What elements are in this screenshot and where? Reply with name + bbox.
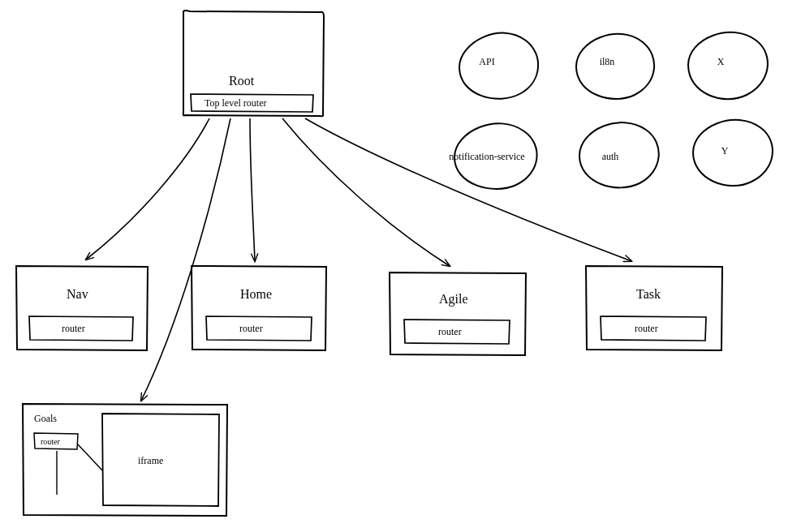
home-router-box: router [206,316,312,341]
service-il8n-label: il8n [600,56,615,67]
task-title: Task [636,287,661,301]
service-y: Y [693,120,773,186]
arrow-root-task [305,118,631,261]
service-x-label: X [717,56,725,67]
root-router-box: Top level router [191,94,313,112]
service-il8n: il8n [576,34,654,99]
root-router-label: Top level router [205,97,266,109]
task-router-box: router [601,316,706,341]
service-api-label: API [479,56,494,67]
goals-iframe-label: iframe [138,455,163,466]
root-title: Root [229,74,255,88]
arrow-root-nav [86,118,209,260]
nav-router-box: router [29,316,133,341]
goals-title: Goals [34,413,57,424]
home-router-label: router [239,323,263,334]
agile-box: Agile router [390,272,526,355]
service-api: API [459,33,538,99]
home-title: Home [240,287,272,301]
nav-box: Nav router [16,266,148,350]
nav-title: Nav [67,287,88,301]
goals-router-box: router [34,433,78,449]
arrows [86,118,631,401]
service-notification-label: notification-service [449,151,524,162]
service-x: X [688,32,768,99]
agile-title: Agile [439,292,468,307]
goals-box: Goals router iframe [23,404,227,516]
service-notification: notification-service [449,123,536,189]
service-y-label: Y [721,145,729,157]
agile-router-label: router [438,326,462,337]
agile-router-box: router [404,320,510,344]
task-router-label: router [635,323,658,334]
service-auth: auth [579,122,659,187]
arrow-root-home [250,118,255,261]
task-box: Task router [586,266,722,350]
architecture-diagram: Root Top level router API il8n X notific… [0,0,801,532]
home-box: Home router [192,266,326,350]
arrow-root-goals [141,118,230,401]
goals-iframe-box: iframe [102,414,219,506]
nav-router-label: router [62,323,85,334]
service-auth-label: auth [602,151,619,162]
arrow-root-agile [282,118,450,266]
goals-router-label: router [41,437,61,446]
root-box: Root Top level router [183,11,324,116]
